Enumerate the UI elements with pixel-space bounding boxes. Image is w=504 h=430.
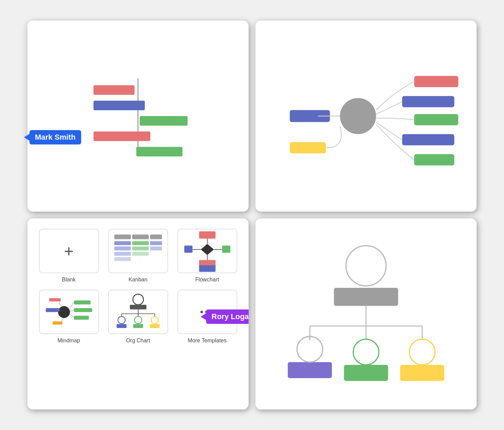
svg-rect-6: [402, 134, 454, 146]
svg-rect-2: [290, 142, 326, 153]
gantt-bar-3: [140, 116, 188, 126]
mark-smith-label: Mark Smith: [29, 130, 81, 144]
svg-rect-15: [132, 241, 149, 245]
svg-point-61: [353, 339, 379, 365]
template-label-mindmap: Mindmap: [58, 338, 80, 344]
mindmap-small-svg: [42, 291, 96, 333]
svg-rect-4: [402, 96, 454, 107]
gantt-bar-2: [93, 101, 145, 110]
svg-rect-26: [222, 245, 230, 253]
gantt-inner: [83, 78, 193, 154]
template-kanban[interactable]: Kanban: [107, 229, 169, 283]
svg-point-49: [151, 316, 158, 324]
cursor-arrow-purple: [201, 313, 206, 320]
orgchart-main-svg: [266, 229, 466, 399]
template-label-orgchart: Org Chart: [126, 338, 150, 344]
svg-point-51: [346, 246, 386, 286]
svg-rect-50: [150, 324, 160, 328]
svg-point-64: [410, 339, 435, 365]
svg-rect-24: [184, 245, 192, 253]
template-mindmap[interactable]: Mindmap: [38, 290, 100, 344]
gantt-chart: [41, 34, 235, 198]
templates-grid: + Blank: [38, 229, 238, 344]
template-label-blank: Blank: [62, 277, 76, 283]
template-label-kanban: Kanban: [128, 277, 147, 283]
svg-rect-11: [114, 241, 130, 245]
svg-rect-52: [334, 288, 398, 306]
mindmap-card[interactable]: [255, 21, 477, 212]
svg-point-43: [118, 316, 125, 324]
svg-rect-39: [130, 305, 146, 309]
svg-rect-18: [150, 241, 162, 245]
orgchart-small-svg: [112, 291, 165, 333]
template-orgchart[interactable]: Org Chart: [107, 290, 169, 344]
gantt-card[interactable]: Mark Smith: [27, 21, 249, 212]
svg-rect-5: [414, 114, 458, 125]
gantt-bar-1: [93, 85, 135, 95]
svg-rect-47: [133, 324, 143, 328]
svg-rect-44: [116, 324, 126, 328]
svg-rect-12: [114, 246, 130, 250]
svg-rect-10: [150, 235, 162, 239]
svg-rect-65: [400, 365, 444, 381]
mark-smith-cursor: Mark Smith: [24, 130, 81, 144]
template-flowchart[interactable]: Flowchart: [176, 229, 238, 283]
svg-rect-17: [132, 252, 149, 256]
svg-rect-7: [414, 154, 454, 165]
svg-rect-13: [114, 252, 130, 256]
template-blank[interactable]: + Blank: [38, 229, 100, 283]
svg-rect-3: [414, 76, 458, 87]
svg-rect-9: [132, 235, 149, 239]
svg-rect-30: [199, 265, 215, 271]
svg-rect-16: [132, 246, 149, 250]
cursor-arrow-blue: [24, 134, 29, 141]
template-preview-flowchart[interactable]: [177, 229, 237, 273]
template-preview-kanban[interactable]: [108, 229, 168, 273]
mindmap-svg: [266, 31, 466, 201]
main-container: Mark Smith: [0, 0, 504, 430]
kanban-svg: [112, 230, 165, 273]
svg-rect-33: [74, 308, 92, 312]
rory-logan-cursor: Rory Logan: [201, 309, 249, 324]
templates-card[interactable]: + Blank: [27, 218, 249, 409]
svg-rect-36: [52, 321, 62, 325]
flowchart-svg: [181, 230, 234, 273]
svg-rect-32: [74, 300, 90, 304]
template-label-flowchart: Flowchart: [195, 277, 219, 283]
svg-rect-19: [150, 246, 162, 250]
plus-icon: +: [64, 242, 74, 261]
svg-point-57: [297, 337, 323, 362]
template-label-more: More Templates: [188, 338, 227, 344]
svg-rect-20: [199, 231, 215, 238]
template-preview-mindmap[interactable]: [39, 290, 99, 334]
svg-rect-37: [49, 298, 61, 301]
svg-rect-35: [46, 308, 59, 312]
svg-point-38: [133, 294, 143, 305]
svg-point-46: [134, 316, 141, 324]
svg-rect-8: [114, 235, 130, 239]
template-preview-blank[interactable]: +: [39, 229, 99, 273]
gantt-timeline-line: [138, 78, 139, 154]
orgchart-card[interactable]: [255, 218, 477, 409]
gantt-bar-5: [136, 147, 182, 156]
svg-rect-62: [344, 365, 388, 381]
rory-logan-label: Rory Logan: [206, 309, 249, 324]
svg-rect-56: [288, 362, 332, 378]
svg-point-31: [58, 306, 70, 318]
template-preview-orgchart[interactable]: [108, 290, 168, 334]
svg-rect-34: [74, 316, 89, 320]
gantt-bar-4b: [141, 131, 150, 141]
svg-point-0: [340, 98, 376, 134]
svg-rect-14: [114, 257, 130, 261]
svg-marker-22: [201, 244, 214, 255]
